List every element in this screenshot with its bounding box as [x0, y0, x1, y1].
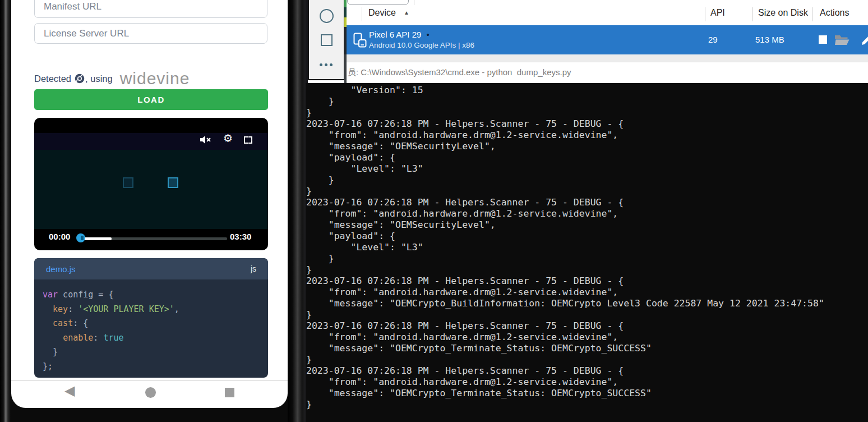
manifest-url-input[interactable]: [34, 0, 267, 18]
android-home-button[interactable]: [145, 387, 156, 398]
panel-bottom-strip: [347, 54, 868, 62]
duration-label: 03:30: [230, 232, 251, 241]
edit-device-button[interactable]: [860, 32, 868, 47]
open-folder-button[interactable]: [834, 35, 849, 45]
fullscreen-icon[interactable]: [244, 136, 252, 144]
cmd-window-title: 员: C:\Windows\System32\cmd.exe - python …: [348, 67, 571, 78]
device-api-value: 29: [708, 35, 718, 44]
video-content-square-dim: [123, 177, 133, 188]
emulator-more-button[interactable]: [320, 63, 333, 66]
device-subtitle: Android 10.0 Google APIs | x86: [369, 41, 474, 49]
phone-bezel-left-edge: [0, 0, 11, 422]
column-header-size[interactable]: Size on Disk: [758, 8, 808, 18]
column-divider: [705, 7, 705, 21]
emulator-toolbar: [308, 0, 345, 80]
column-header-actions: Actions: [820, 8, 849, 18]
device-manager-panel: Device▲ API Size on Disk Actions Pixel 6…: [347, 0, 868, 83]
current-time-label: 00:00: [49, 232, 70, 241]
code-filename-label: demo.js: [46, 264, 76, 274]
seek-bar-knob[interactable]: [76, 233, 85, 242]
widevine-brand-label: widevine: [120, 69, 190, 88]
code-block-body: var config = { key: '<YOUR PLAYER KEY>',…: [34, 279, 268, 374]
device-row-pixel6[interactable]: Pixel 6 API 29• Android 10.0 Google APIs…: [347, 25, 868, 54]
cmd-window-titlebar: 员: C:\Windows\System32\cmd.exe - python …: [347, 62, 868, 83]
device-size-value: 513 MB: [755, 35, 784, 44]
player-top-strip: [34, 133, 268, 150]
device-search-input[interactable]: [347, 0, 409, 5]
player-settings-gear-icon[interactable]: ⚙: [223, 133, 233, 144]
video-content-square-lit: [168, 177, 178, 188]
column-divider: [752, 7, 753, 21]
code-block-header: demo.js js: [34, 258, 268, 279]
chrome-browser-icon: [75, 74, 85, 84]
stop-device-button[interactable]: [819, 35, 827, 44]
drm-detected-row: Detected , using widevine: [34, 68, 190, 89]
license-server-url-input[interactable]: [34, 23, 267, 44]
volume-muted-icon[interactable]: [200, 135, 211, 146]
cmd-console-window[interactable]: "Version": 15 } } 2023-07-16 07:26:18 PM…: [306, 83, 868, 422]
console-log-output: "Version": 15 } } 2023-07-16 07:26:18 PM…: [306, 83, 868, 410]
device-running-dot-icon: •: [426, 30, 429, 39]
video-player[interactable]: ⚙ 00:00 03:30: [34, 118, 268, 250]
phone-bezel-right-edge: [288, 0, 306, 422]
emulator-overview-button[interactable]: [320, 9, 334, 23]
android-back-button[interactable]: ◀: [64, 384, 75, 397]
sort-ascending-icon: ▲: [404, 10, 409, 16]
virtual-device-icon: [353, 33, 367, 48]
navbar-divider: [11, 380, 288, 381]
column-divider: [362, 7, 362, 21]
header-divider: [414, 0, 414, 5]
emulator-square-button[interactable]: [321, 34, 333, 46]
phone-screen: Detected , using widevine LOAD ⚙: [11, 0, 288, 408]
device-name: Pixel 6 API 29•: [369, 30, 430, 39]
load-button[interactable]: LOAD: [34, 89, 268, 110]
android-recents-button[interactable]: [225, 388, 234, 397]
seek-bar[interactable]: [80, 237, 227, 240]
column-header-api[interactable]: API: [710, 8, 725, 18]
code-language-badge: js: [251, 264, 256, 273]
player-video-area: [34, 150, 268, 229]
column-header-device[interactable]: Device▲: [368, 8, 409, 18]
detected-label: Detected: [34, 74, 71, 84]
column-divider: [812, 7, 812, 21]
using-label: , using: [85, 74, 113, 84]
code-snippet-block: demo.js js var config = { key: '<YOUR PL…: [34, 258, 268, 378]
